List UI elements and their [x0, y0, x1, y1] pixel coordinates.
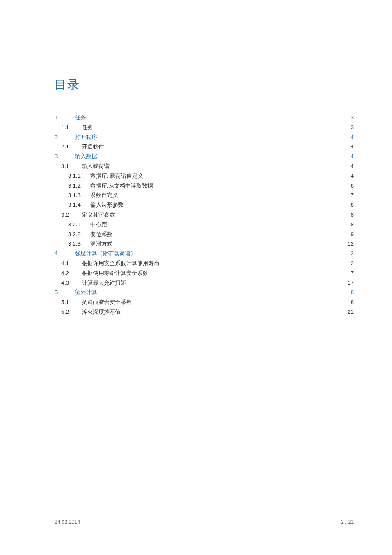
toc-label: 开启软件 [82, 142, 104, 151]
toc-page: 6 [345, 182, 354, 191]
toc-entry[interactable]: 1任务3 [55, 113, 354, 122]
toc-entry[interactable]: 3.1输入载荷谱4 [55, 162, 354, 171]
toc-number: 3.1.1 [68, 172, 90, 181]
toc-label: 额外计算 [75, 288, 97, 297]
toc-label: 强度计算（附带载荷谱） [75, 249, 136, 258]
toc-number: 4 [55, 249, 75, 258]
toc-label: 润滑方式 [90, 240, 112, 249]
toc-page: 9 [345, 230, 354, 239]
toc-label: 根据许用安全系数计算使用寿命 [82, 259, 159, 268]
toc-label: 输入数据 [75, 152, 97, 161]
toc-label: 数据库:从文档中读取数据 [90, 182, 153, 191]
toc-label: 淬火深度推荐值 [82, 308, 121, 317]
toc-entry[interactable]: 3.2.1中心距8 [55, 220, 354, 229]
toc-entry[interactable]: 3.2.2变位系数9 [55, 230, 354, 239]
toc-number: 3.2.3 [68, 240, 90, 249]
toc-label: 抗齿面胶合安全系数 [82, 298, 132, 307]
toc-page: 12 [345, 240, 354, 249]
toc-number: 3 [55, 152, 75, 161]
toc-number: 4.1 [61, 259, 82, 268]
toc-entry[interactable]: 5.1抗齿面胶合安全系数18 [55, 298, 354, 307]
toc-entry[interactable]: 3.1.2数据库:从文档中读取数据6 [55, 182, 354, 191]
toc-page: 3 [345, 113, 354, 122]
toc-label: 任务 [75, 113, 86, 122]
toc-label: 变位系数 [90, 230, 112, 239]
toc-page: 18 [345, 288, 354, 297]
toc-number: 3.2 [61, 211, 82, 220]
toc-entry[interactable]: 3输入数据4 [55, 152, 354, 161]
toc-number: 3.2.1 [68, 220, 90, 229]
toc-number: 2 [55, 133, 75, 142]
toc-label: 任务 [82, 123, 93, 132]
toc-entry[interactable]: 5额外计算18 [55, 288, 354, 297]
toc-page: 4 [345, 172, 354, 181]
toc-page: 12 [345, 249, 354, 258]
toc-number: 2.1 [61, 142, 82, 151]
footer-pagination: 2 / 21 [341, 519, 354, 525]
footer-date: 24.02.2014 [55, 519, 80, 525]
page-footer: 24.02.2014 2 / 21 [55, 519, 354, 525]
toc-entry[interactable]: 4.2根据使用寿命计算安全系数17 [55, 269, 354, 278]
toc-page: 17 [345, 269, 354, 278]
toc-label: 中心距 [90, 220, 107, 229]
toc-page: 8 [345, 220, 354, 229]
toc-page: 3 [345, 123, 354, 132]
toc-page: 21 [345, 308, 354, 317]
toc-entry[interactable]: 4.1根据许用安全系数计算使用寿命12 [55, 259, 354, 268]
toc-entry[interactable]: 4.3计算最大允许扭矩17 [55, 279, 354, 288]
toc-number: 1.1 [61, 123, 82, 132]
toc-entry[interactable]: 1.1任务3 [55, 123, 354, 132]
toc-page: 4 [345, 133, 354, 142]
toc-page: 7 [345, 191, 354, 200]
toc-entry[interactable]: 4强度计算（附带载荷谱）12 [55, 249, 354, 258]
toc-page: 8 [345, 211, 354, 220]
toc-title: 目录 [55, 77, 354, 93]
toc-number: 5.1 [61, 298, 82, 307]
toc-entry[interactable]: 2打开程序4 [55, 133, 354, 142]
toc-number: 1 [55, 113, 75, 122]
toc-number: 5.2 [61, 308, 82, 317]
toc-entry[interactable]: 3.2定义其它参数8 [55, 211, 354, 220]
toc-page: 8 [345, 201, 354, 210]
toc-entry[interactable]: 3.2.3润滑方式12 [55, 240, 354, 249]
toc-number: 4.3 [61, 279, 82, 288]
toc-number: 5 [55, 288, 75, 297]
toc-number: 4.2 [61, 269, 82, 278]
toc-page: 12 [345, 259, 354, 268]
toc-entry[interactable]: 2.1开启软件4 [55, 142, 354, 151]
toc-entry[interactable]: 5.2淬火深度推荐值21 [55, 308, 354, 317]
footer-divider [55, 512, 354, 512]
toc-page: 18 [345, 298, 354, 307]
toc-number: 3.1.2 [68, 182, 90, 191]
toc-page: 17 [345, 279, 354, 288]
toc-label: 根据使用寿命计算安全系数 [82, 269, 148, 278]
toc-label: 计算最大允许扭矩 [82, 279, 126, 288]
toc-label: 定义其它参数 [82, 211, 115, 220]
toc-entry[interactable]: 3.1.1数据库: 载荷谱自定义4 [55, 172, 354, 181]
toc-label: 系数自定义 [90, 191, 118, 200]
toc-entry[interactable]: 3.1.4输入齿形参数8 [55, 201, 354, 210]
toc-number: 3.2.2 [68, 230, 90, 239]
toc-label: 输入齿形参数 [90, 201, 124, 210]
toc-label: 数据库: 载荷谱自定义 [90, 172, 143, 181]
toc-number: 3.1.4 [68, 201, 90, 210]
toc-label: 输入载荷谱 [82, 162, 110, 171]
toc-number: 3.1 [61, 162, 82, 171]
toc-entry[interactable]: 3.1.3系数自定义7 [55, 191, 354, 200]
toc-page: 4 [345, 152, 354, 161]
toc-page: 4 [345, 162, 354, 171]
toc-list: 1任务31.1任务32打开程序42.1开启软件43输入数据43.1输入载荷谱43… [55, 113, 354, 317]
toc-number: 3.1.3 [68, 191, 90, 200]
toc-label: 打开程序 [75, 133, 97, 142]
toc-page: 4 [345, 142, 354, 151]
